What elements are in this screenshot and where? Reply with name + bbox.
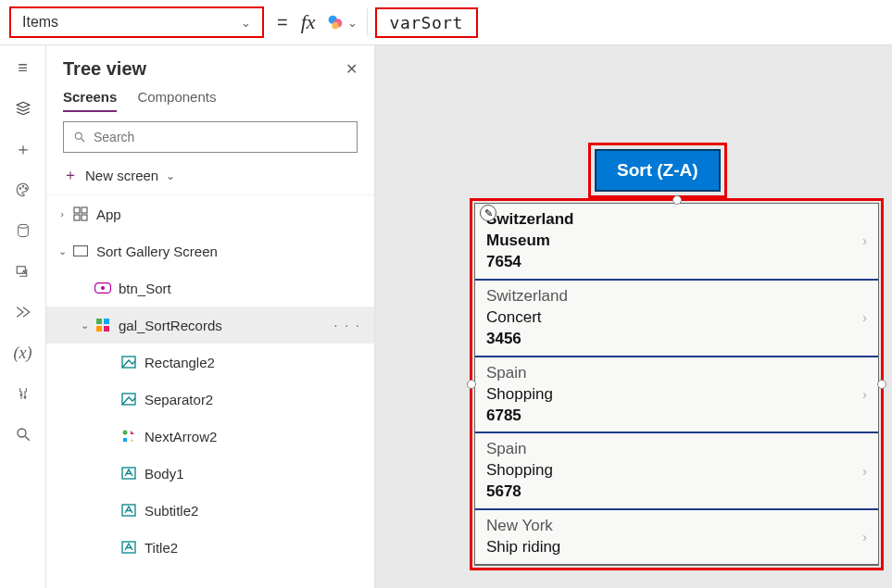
svg-point-25 [123,431,128,435]
chevron-down-icon: ⌄ [241,16,251,30]
search-icon[interactable] [14,425,32,444]
svg-point-4 [22,186,24,188]
plus-icon[interactable]: ＋ [14,140,32,158]
formula-value[interactable]: varSort [375,7,478,38]
svg-point-2 [332,22,338,29]
node-label: Rectangle2 [144,355,215,370]
gallery-subtitle: Concert [486,307,568,329]
gallery-item[interactable]: New York Ship riding › [475,510,878,565]
gallery-title: Spain [486,439,553,460]
tab-components[interactable]: Components [137,89,216,112]
sort-button[interactable]: Sort (Z-A) [595,149,721,192]
fx-icon: fx [301,10,316,34]
left-rail: ≡ ＋ (x) [0,45,46,588]
svg-rect-20 [104,319,109,324]
gallery-subtitle: Museum [486,231,573,252]
tab-screens[interactable]: Screens [63,89,117,112]
search-input[interactable] [94,130,347,144]
data-icon[interactable] [14,221,32,240]
separator-icon [120,391,137,407]
tree-node-screen[interactable]: ⌄ Sort Gallery Screen [46,232,374,269]
tree-view-icon[interactable] [14,99,32,118]
gallery-subtitle: Shopping [486,384,553,406]
tree-node-separator[interactable]: Separator2 [46,381,374,418]
tree-node-gallery[interactable]: ⌄ gal_SortRecords · · · [46,307,374,344]
tree-search[interactable] [63,121,358,153]
property-name: Items [22,14,58,31]
label-icon [120,539,137,556]
tree-view-title: Tree view [63,58,146,80]
tree-tabs: Screens Components [46,83,374,112]
resize-handle[interactable] [672,195,682,205]
rectangle-icon [120,354,137,370]
equals-sign: = [277,12,288,33]
gallery-item[interactable]: Switzerland Museum 7654 › [475,204,878,281]
variables-icon[interactable]: (x) [14,344,32,362]
power-automate-icon[interactable] [14,303,32,321]
tree-node-subtitle2[interactable]: Subtitle2 [46,492,374,529]
svg-rect-22 [104,326,109,332]
button-icon [94,280,111,296]
tree-nodes: › App ⌄ Sort Gallery Screen btn_Sort ⌄ g… [46,194,374,588]
gallery-body: 3456 [486,329,568,350]
svg-rect-16 [74,246,88,256]
tree-node-btn-sort[interactable]: btn_Sort [46,269,374,307]
app-icon [72,206,89,222]
plus-icon: ＋ [63,166,78,185]
gallery-item[interactable]: Spain Shopping 6785 › [475,357,878,434]
gallery-icon [94,317,111,333]
gallery-title: Switzerland [486,209,573,231]
chevron-down-icon[interactable]: ⌄ [56,245,69,257]
chevron-right-icon[interactable]: › [862,310,867,325]
gallery-title: New York [486,516,560,537]
tree-node-title2[interactable]: Title2 [46,529,374,566]
svg-text:+: + [131,437,134,443]
chevron-right-icon[interactable]: › [862,233,867,248]
close-icon[interactable]: ✕ [345,60,358,78]
formula-bar: Items ⌄ = fx ⌄ varSort [0,0,892,45]
media-icon[interactable] [14,262,32,281]
gallery-item[interactable]: Spain Shopping 5678 › [475,433,878,510]
label-icon [120,465,137,482]
chevron-right-icon[interactable]: › [56,208,69,219]
tree-node-rectangle[interactable]: Rectangle2 [46,344,374,381]
gallery-control[interactable]: Switzerland Museum 7654 › Switzerland Co… [474,203,879,566]
theme-icon[interactable] [14,181,32,199]
svg-point-5 [25,188,27,190]
node-label: gal_SortRecords [119,318,222,333]
resize-handle[interactable] [877,380,886,389]
chevron-right-icon[interactable]: › [862,464,867,479]
gallery-title: Switzerland [486,286,568,307]
property-dropdown[interactable]: Items ⌄ [9,6,264,38]
tree-node-body1[interactable]: Body1 [46,455,374,492]
svg-point-11 [75,132,82,139]
chevron-right-icon[interactable]: › [862,530,867,544]
svg-point-10 [18,429,26,437]
hamburger-icon[interactable]: ≡ [14,58,32,77]
tree-node-app[interactable]: › App [46,195,374,232]
canvas[interactable]: Sort (Z-A) ✎ Switzerland Museum 7654 › [375,45,892,588]
nextarrow-icon: + [120,428,137,444]
chevron-right-icon[interactable]: › [862,387,867,402]
separator [367,8,368,36]
search-icon [73,131,86,144]
gallery-item[interactable]: Switzerland Concert 3456 › [475,281,878,357]
gallery-body: 7654 [486,252,573,273]
new-screen-button[interactable]: ＋ New screen ⌄ [46,160,374,194]
node-label: btn_Sort [119,281,171,296]
more-icon[interactable]: · · · [334,318,361,332]
tests-icon[interactable] [14,384,32,403]
copilot-icon[interactable] [325,12,345,32]
resize-handle[interactable] [467,380,476,389]
label-icon [120,502,137,519]
svg-rect-19 [96,319,102,324]
gallery-title: Spain [486,363,553,384]
tree-node-nextarrow[interactable]: + NextArrow2 [46,418,374,455]
chevron-down-icon[interactable]: ⌄ [347,16,358,30]
chevron-down-icon[interactable]: ⌄ [78,319,91,332]
svg-rect-21 [96,326,102,332]
edit-pencil-icon[interactable]: ✎ [480,205,496,221]
node-label: App [96,206,121,222]
tree-view-panel: Tree view ✕ Screens Components ＋ New scr… [46,45,375,588]
node-label: Subtitle2 [144,503,198,519]
